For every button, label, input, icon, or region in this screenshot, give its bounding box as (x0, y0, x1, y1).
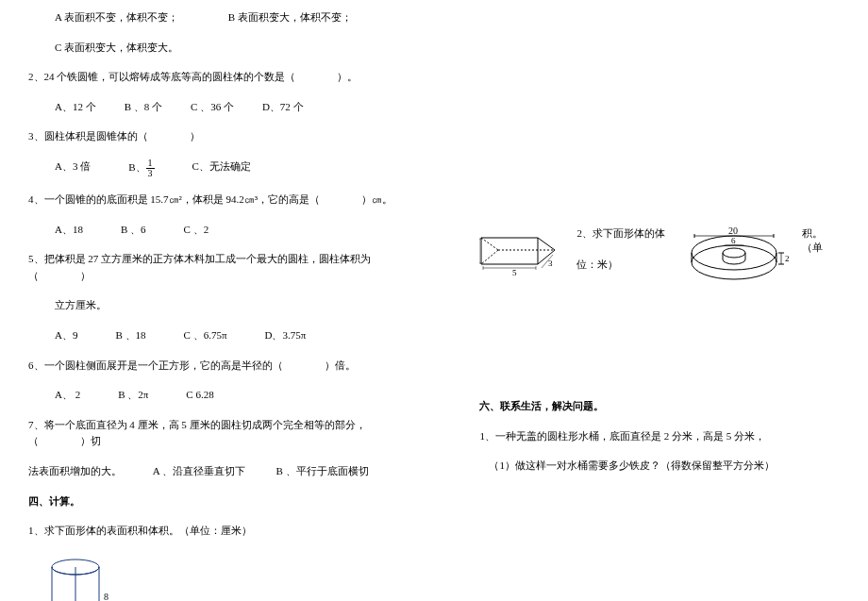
q2-a: A、12 个 (55, 99, 96, 116)
svg-line-8 (481, 238, 498, 250)
q1-opt-b: B 表面积变大，体积不变； (228, 11, 352, 23)
right-unit: 位：米） (576, 258, 679, 272)
svg-text:6: 6 (731, 236, 736, 245)
q7-b: B 、平行于底面横切 (276, 465, 369, 476)
figure-prism: 4 5 3 (479, 226, 569, 285)
svg-text:20: 20 (728, 226, 738, 236)
svg-text:3: 3 (548, 259, 553, 268)
q3-b: B、13 (128, 159, 154, 178)
svg-text:5: 5 (512, 268, 517, 277)
section4-title: 四、计算。 (28, 493, 423, 510)
q7-a: A 、沿直径垂直切下 (153, 465, 245, 476)
q7-stem2: 法表面积增加的大。 (28, 465, 122, 476)
q5-b: B 、18 (115, 327, 145, 344)
q6-c: C 6.28 (186, 387, 213, 404)
q5-stem1: 5、把体积是 27 立方厘米的正方体木料加工成一个最大的圆柱，圆柱体积为（ ） (28, 251, 423, 284)
svg-line-10 (481, 250, 498, 264)
q5-stem2: 立方厘米。 (28, 297, 423, 314)
q4-stem: 4、一个圆锥的的底面积是 15.7㎝²，体积是 94.2㎝³，它的高是（ ）㎝。 (28, 192, 423, 209)
svg-text:8: 8 (104, 592, 108, 601)
q2-stem: 2、24 个铁圆锥，可以熔铸成等底等高的圆柱体的个数是（ ）。 (28, 69, 423, 86)
q4-a: A、18 (55, 222, 83, 239)
q2-b: B 、8 个 (125, 99, 162, 116)
figure-half-cylinder: 8 6 (47, 553, 423, 601)
q5-c: C 、6.75π (184, 327, 227, 344)
q5-a: A、9 (55, 327, 77, 344)
figure-ring: 20 6 2 (687, 226, 791, 294)
sec6-q1-sub: （1）做这样一对水桶需要多少铁皮？（得数保留整平方分米） (479, 458, 840, 475)
svg-point-22 (692, 245, 776, 279)
q6-b: B 、2π (118, 387, 148, 404)
right-q2a: 2、求下面形体的体 (576, 226, 665, 241)
q3-stem: 3、圆柱体积是圆锥体的（ ） (28, 128, 423, 145)
section6-title: 六、联系生活，解决问题。 (479, 398, 840, 415)
svg-point-23 (723, 248, 745, 258)
q4-c: C 、2 (184, 222, 209, 239)
q2-d: D、72 个 (262, 99, 304, 116)
q3-c: C、无法确定 (192, 159, 251, 178)
q1-opt-c: C 表面积变大，体积变大。 (28, 40, 423, 57)
sec6-q1: 1、一种无盖的圆柱形水桶，底面直径是 2 分米，高是 5 分米， (479, 428, 840, 445)
q3-a: A、3 倍 (55, 159, 91, 178)
q1-opt-a: A 表面积不变，体积不变； (28, 11, 178, 23)
q2-c: C 、36 个 (191, 99, 234, 116)
svg-text:2: 2 (785, 254, 790, 263)
q6-a: A、 2 (55, 387, 80, 404)
q7-stem1: 7、将一个底面直径为 4 厘米，高 5 厘米的圆柱切成两个完全相等的部分，（ ）… (28, 417, 423, 450)
sec4-q1: 1、求下面形体的表面积和体积。（单位：厘米） (28, 523, 423, 540)
right-q2b: 积。（单 (802, 227, 823, 253)
q4-b: B 、6 (121, 222, 146, 239)
q6-stem: 6、一个圆柱侧面展开是一个正方形，它的高是半径的（ ）倍。 (28, 358, 423, 375)
q5-d: D、3.75π (264, 327, 306, 344)
